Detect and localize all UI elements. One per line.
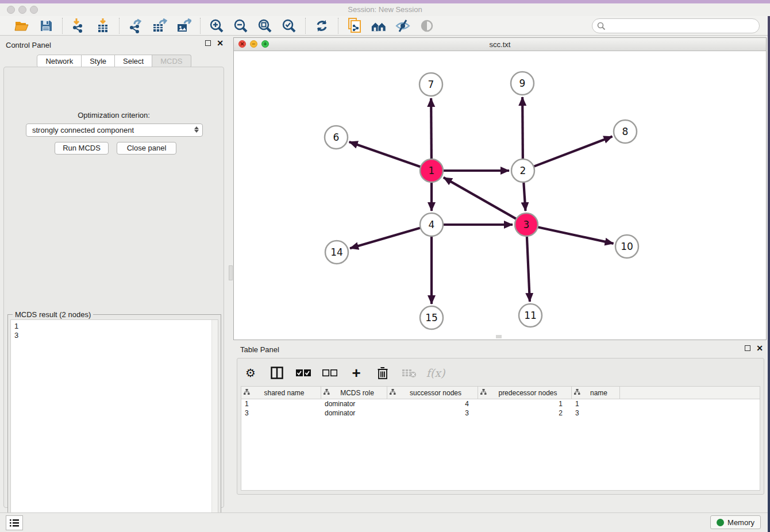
graph-edge-3-1[interactable] xyxy=(444,178,517,219)
node-label: 2 xyxy=(520,165,526,176)
refresh-icon[interactable] xyxy=(314,18,330,34)
table-cell[interactable]: 3 xyxy=(241,408,321,418)
import-table-icon[interactable] xyxy=(95,18,111,34)
add-column-icon[interactable]: + xyxy=(349,365,364,380)
window-title: Session: New Session xyxy=(0,5,770,14)
close-panel-icon[interactable]: ✕ xyxy=(217,40,224,46)
function-builder-icon[interactable]: f(x) xyxy=(428,365,443,380)
save-session-icon[interactable] xyxy=(38,18,54,34)
table-cell[interactable]: 1 xyxy=(478,399,572,408)
node-label: 11 xyxy=(524,310,537,321)
graph-node-11[interactable]: 11 xyxy=(519,304,542,327)
table-cell[interactable]: 3 xyxy=(572,408,620,418)
float-table-panel-icon[interactable] xyxy=(745,345,750,351)
network-scrollbar-nub[interactable] xyxy=(496,335,502,338)
graph-node-6[interactable]: 6 xyxy=(325,126,348,149)
float-panel-icon[interactable] xyxy=(205,40,211,46)
graph-node-9[interactable]: 9 xyxy=(511,72,534,95)
deselect-all-checkboxes-icon[interactable] xyxy=(322,365,337,380)
select-all-checkboxes-icon[interactable] xyxy=(296,365,311,380)
result-scrollbar[interactable] xyxy=(211,320,218,528)
tab-network[interactable]: Network xyxy=(37,55,82,68)
graph-node-14[interactable]: 14 xyxy=(325,241,348,264)
dropdown-stepper-icon xyxy=(194,126,199,133)
graph-node-3[interactable]: 3 xyxy=(515,213,538,236)
table-panel-header: Table Panel ✕ xyxy=(233,342,768,357)
graph-edge-3-11[interactable] xyxy=(527,236,530,302)
graph-node-10[interactable]: 10 xyxy=(615,235,638,258)
graph-node-4[interactable]: 4 xyxy=(420,213,443,236)
list-icon xyxy=(10,519,19,527)
table-cell[interactable]: 1 xyxy=(241,399,321,408)
panel-splitter[interactable] xyxy=(228,36,233,512)
node-label: 3 xyxy=(523,219,530,230)
tab-select[interactable]: Select xyxy=(115,55,152,68)
window-right-edge xyxy=(768,3,770,532)
import-network-icon[interactable] xyxy=(71,18,87,34)
first-neighbors-icon[interactable] xyxy=(371,18,387,34)
memory-label: Memory xyxy=(727,518,754,527)
graph-edge-2-9[interactable] xyxy=(522,97,523,159)
run-mcds-button[interactable]: Run MCDS xyxy=(55,142,109,155)
column-header-predecessor-nodes[interactable]: predecessor nodes xyxy=(478,387,572,399)
control-panel-title: Control Panel xyxy=(6,41,51,49)
table-cell[interactable]: dominator xyxy=(321,399,387,408)
splitter-grip[interactable] xyxy=(229,265,233,280)
network-canvas[interactable]: 7968124314101511 xyxy=(234,51,766,340)
graph-edge-1-6[interactable] xyxy=(349,142,421,167)
graph-edge-1-7[interactable] xyxy=(431,98,432,159)
table-cell[interactable]: 4 xyxy=(387,399,478,408)
network-window-title: scc.txt xyxy=(234,40,766,49)
zoom-fit-icon[interactable] xyxy=(257,18,273,34)
table-cell[interactable]: 2 xyxy=(478,408,572,418)
memory-button[interactable]: Memory xyxy=(710,515,761,529)
mcds-result-group: MCDS result (2 nodes) 1 3 xyxy=(7,314,221,531)
network-window-titlebar[interactable]: ✕ − + scc.txt xyxy=(234,38,766,51)
export-table-icon[interactable] xyxy=(152,18,168,34)
graph-node-8[interactable]: 8 xyxy=(614,120,637,143)
mcds-result-title: MCDS result (2 nodes) xyxy=(13,310,93,319)
criterion-value: strongly connected component xyxy=(32,126,134,134)
export-network-icon[interactable] xyxy=(128,18,144,34)
hide-show-icon[interactable] xyxy=(395,18,411,34)
table-row[interactable]: 3dominator323 xyxy=(241,408,760,418)
duplicate-network-icon[interactable] xyxy=(346,18,363,34)
close-table-panel-icon[interactable]: ✕ xyxy=(756,345,763,351)
graph-edge-3-10[interactable] xyxy=(538,227,614,244)
column-visibility-icon[interactable] xyxy=(270,365,284,380)
column-header-MCDS-role[interactable]: MCDS role xyxy=(321,387,387,399)
graph-edge-2-8[interactable] xyxy=(534,137,613,167)
graph-edge-4-14[interactable] xyxy=(350,228,421,249)
table-cell[interactable]: 3 xyxy=(387,408,478,418)
column-header-shared-name[interactable]: shared name xyxy=(241,387,321,399)
table-cell[interactable]: dominator xyxy=(321,408,387,418)
mcds-result-textarea[interactable]: 1 3 xyxy=(10,319,218,529)
graph-node-1[interactable]: 1 xyxy=(420,159,443,182)
zoom-in-icon[interactable] xyxy=(209,18,225,34)
search-field[interactable] xyxy=(592,18,760,33)
graph-node-15[interactable]: 15 xyxy=(420,306,443,329)
delete-column-icon[interactable] xyxy=(375,365,390,380)
column-header-name[interactable]: name xyxy=(572,387,620,399)
criterion-dropdown[interactable]: strongly connected component xyxy=(26,124,203,137)
graph-node-2[interactable]: 2 xyxy=(511,159,534,182)
node-table[interactable]: shared nameMCDS rolesuccessor nodesprede… xyxy=(241,386,760,491)
table-cell[interactable]: 1 xyxy=(572,399,620,408)
open-session-icon[interactable] xyxy=(14,18,30,34)
table-settings-icon[interactable]: ⚙ xyxy=(243,365,258,380)
close-panel-button[interactable]: Close panel xyxy=(117,142,176,155)
task-history-button[interactable] xyxy=(6,515,23,530)
delete-table-icon[interactable] xyxy=(402,365,417,380)
graph-edge-2-3[interactable] xyxy=(523,182,525,211)
titlebar: Session: New Session xyxy=(0,3,770,16)
search-input[interactable] xyxy=(606,22,759,30)
table-row[interactable]: 1dominator411 xyxy=(241,399,760,408)
tab-style[interactable]: Style xyxy=(82,55,115,68)
zoom-selected-icon[interactable] xyxy=(281,18,297,34)
tab-mcds[interactable]: MCDS xyxy=(152,55,191,68)
export-image-icon[interactable] xyxy=(176,18,192,34)
graph-node-7[interactable]: 7 xyxy=(419,73,442,96)
column-header-successor-nodes[interactable]: successor nodes xyxy=(387,387,478,399)
toggle-view-icon[interactable] xyxy=(419,18,435,34)
zoom-out-icon[interactable] xyxy=(233,18,249,34)
